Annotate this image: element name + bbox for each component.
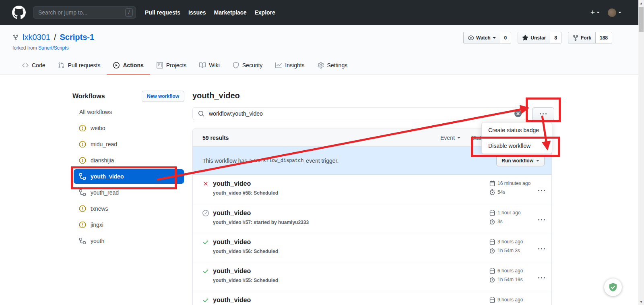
new-workflow-button[interactable]: New workflow [142, 91, 184, 102]
repo-tab-nav: CodePull requestsActionsProjectsWikiSecu… [16, 57, 354, 75]
alert-icon [79, 222, 86, 228]
repo-watch-button[interactable]: Watch [463, 32, 500, 44]
global-search[interactable]: / [33, 6, 136, 19]
filter-row [192, 107, 552, 120]
repo-unstar-button[interactable]: Unstar [518, 32, 550, 44]
check-icon [202, 268, 209, 274]
sidebar-item-weibo[interactable]: weibo [72, 120, 184, 136]
sidebar-item-youth-video[interactable]: youth_video [74, 169, 184, 184]
shield-check-icon [608, 282, 618, 293]
sidebar-item-label: youth [91, 238, 104, 244]
tab-wiki[interactable]: Wiki [193, 57, 226, 75]
tab-code[interactable]: Code [16, 57, 52, 75]
sidebar-item-jingxi[interactable]: jingxi [72, 217, 184, 233]
run-workflow-button[interactable]: Run workflow [496, 155, 545, 166]
tab-security[interactable]: Security [226, 57, 269, 75]
sidebar-item-label: All workflows [79, 109, 112, 115]
runs-filter[interactable] [192, 107, 526, 120]
menu-item-disable-workflow[interactable]: Disable workflow [482, 138, 552, 154]
workflow-options-button[interactable] [532, 107, 554, 120]
tab-pull-requests[interactable]: Pull requests [52, 57, 107, 75]
sidebar-item-all-workflows[interactable]: All workflows [72, 104, 184, 120]
run-options-button[interactable] [537, 302, 546, 305]
run-title-link[interactable]: youth_video [213, 268, 251, 275]
run-duration: 1h 54m 3s [497, 248, 520, 253]
avatar [608, 8, 616, 17]
sidebar-item-dianshijia[interactable]: dianshijia [72, 152, 184, 168]
tab-projects[interactable]: Projects [150, 57, 193, 75]
tab-label: Settings [327, 62, 348, 68]
repo-name-link[interactable]: Scripts-1 [60, 33, 95, 42]
sidebar-item-youth[interactable]: youth [72, 233, 184, 249]
notice-text-before: This workflow has a [202, 158, 252, 164]
tab-actions[interactable]: Actions [107, 57, 150, 75]
github-actions-page: / Pull requestsIssuesMarketplaceExplore … [0, 0, 644, 305]
repo-owner-link[interactable]: lxk0301 [23, 33, 50, 42]
repo-unstar-count[interactable]: 8 [550, 32, 561, 44]
run-time: 16 minutes ago [497, 181, 530, 186]
alert-icon [79, 141, 86, 147]
tab-settings[interactable]: Settings [311, 57, 354, 75]
create-new-button[interactable]: + [590, 8, 600, 17]
event-filter-label: Event [440, 135, 455, 141]
clear-filter-icon[interactable] [514, 110, 522, 117]
event-filter-dropdown[interactable]: Event [440, 129, 460, 147]
repo-fork-button[interactable]: Fork [568, 32, 596, 44]
run-time: 1 hour ago [497, 210, 520, 216]
tab-insights[interactable]: Insights [269, 57, 311, 75]
sidebar-item-youth-read[interactable]: youth_read [72, 185, 184, 201]
scroll-up-arrow[interactable]: ▲ [638, 0, 644, 6]
tab-label: Code [32, 62, 45, 68]
run-title-link[interactable]: youth_video [213, 239, 251, 246]
workflows-sidebar-header: Workflows New workflow [72, 91, 184, 102]
scrollbar-thumb[interactable] [639, 7, 644, 32]
global-search-input[interactable] [37, 9, 125, 16]
run-options-button[interactable] [537, 185, 546, 193]
run-workflow-label: Run workflow [502, 158, 533, 164]
workflow-run-row: youth_video9 hours ago [193, 291, 551, 305]
menu-item-create-status-badge[interactable]: Create status badge [482, 122, 552, 138]
shield-icon [233, 62, 239, 68]
run-duration-line: 54s [489, 189, 530, 195]
github-logo-icon[interactable] [12, 6, 26, 19]
run-options-button[interactable] [537, 244, 546, 251]
play-circle-icon [113, 62, 120, 68]
run-options-button[interactable] [537, 215, 546, 222]
run-time-line: 3 hours ago [489, 239, 523, 245]
run-time-line: 9 hours ago [489, 297, 523, 303]
workflow-options-menu: Create status badgeDisable workflow [481, 122, 552, 154]
nav-link-marketplace[interactable]: Marketplace [214, 9, 247, 16]
alert-icon [79, 125, 86, 131]
run-duration-line: 3s [489, 218, 520, 225]
sidebar-item-txnews[interactable]: txnews [72, 201, 184, 217]
fork-source-link[interactable]: Sunert/Scripts [38, 45, 68, 51]
stopwatch-icon [489, 277, 495, 282]
scroll-down-arrow[interactable]: ▼ [638, 299, 644, 305]
run-options-button[interactable] [537, 273, 546, 280]
user-menu[interactable] [608, 8, 621, 17]
nav-link-issues[interactable]: Issues [188, 9, 206, 16]
repo-fork-count[interactable]: 188 [596, 32, 612, 44]
slash-key-hint: / [125, 8, 133, 17]
nav-link-pull-requests[interactable]: Pull requests [145, 9, 180, 16]
runs-filter-input[interactable] [208, 110, 511, 117]
run-time-line: 16 minutes ago [489, 180, 530, 187]
chevron-down-icon [493, 37, 496, 39]
chevron-down-icon [618, 12, 621, 13]
adguard-shield-button[interactable] [604, 278, 622, 296]
run-title-link[interactable]: youth_video [213, 180, 251, 187]
tab-label: Pull requests [68, 62, 100, 68]
sidebar-item-midu-read[interactable]: midu_read [72, 136, 184, 152]
tab-label: Insights [285, 62, 304, 68]
page-scrollbar[interactable]: ▲ ▼ [638, 0, 644, 305]
workflows-list: All workflowsweibomidu_readdianshijiayou… [72, 104, 184, 249]
chevron-down-icon [536, 160, 539, 162]
repo-watch-group: Watch0 [463, 32, 511, 44]
nav-link-explore[interactable]: Explore [254, 9, 275, 16]
forked-from-label: forked from [12, 45, 37, 51]
run-title-link[interactable]: youth_video [213, 297, 251, 304]
runs-list: youth_videoyouth_video #58: Scheduled16 … [193, 175, 551, 305]
tab-label: Wiki [209, 62, 219, 68]
repo-watch-count[interactable]: 0 [500, 32, 512, 44]
run-title-link[interactable]: youth_video [213, 210, 251, 217]
